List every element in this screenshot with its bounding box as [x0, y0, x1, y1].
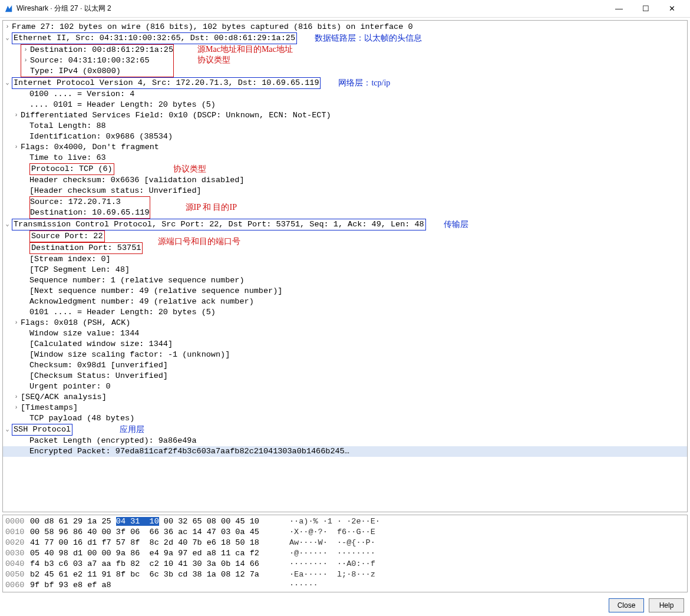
tree-row[interactable]: [TCP Segment Len: 48] — [3, 265, 687, 275]
close-button[interactable]: Close — [609, 598, 644, 612]
ip-summary: Internet Protocol Version 4, Src: 172.20… — [12, 77, 321, 89]
annotation: 网络层：tcp/ip — [338, 78, 390, 88]
tree-row[interactable]: [Stream index: 0] — [3, 254, 687, 265]
chevron-down-icon[interactable]: ⌄ — [3, 424, 12, 435]
eth-src[interactable]: Source: 04:31:10:00:32:65 — [30, 55, 150, 66]
annotation: 协议类型 — [197, 55, 293, 65]
hex-ascii: ·Ea····· l;·8···z — [289, 569, 375, 580]
tree-row-frame[interactable]: ›Frame 27: 102 bytes on wire (816 bits),… — [3, 22, 687, 32]
hex-bytes: b2 45 61 e2 11 91 8f bc 6c 3b cd 38 1a 0… — [30, 569, 289, 580]
tree-row[interactable]: ›[Timestamps] — [3, 403, 687, 413]
tree-row-ssh[interactable]: ⌄SSH Protocol应用层 — [3, 424, 687, 436]
chevron-right-icon[interactable]: › — [12, 403, 21, 413]
ip-src[interactable]: Source: 172.20.71.3 — [30, 197, 121, 207]
eth-type[interactable]: Type: IPv4 (0x0800) — [30, 66, 121, 77]
chevron-right-icon[interactable]: › — [12, 318, 21, 328]
annotation: 数据链路层：以太帧的头信息 — [315, 33, 422, 44]
chevron-right-icon[interactable]: › — [3, 22, 12, 32]
window-title: Wireshark · 分组 27 · 以太网 2 — [16, 4, 606, 14]
hex-row[interactable]: 0040f4 b3 c6 03 a7 aa fb 82 c2 10 41 30 … — [5, 559, 685, 569]
tree-row[interactable]: [Checksum Status: Unverified] — [3, 371, 687, 381]
tree-row[interactable]: Sequence number: 1 (relative sequence nu… — [3, 275, 687, 286]
hex-ascii: ·X··@·?· f6··G··E — [289, 527, 375, 538]
hex-ascii: Aw····W· ·-@{··P· — [289, 538, 375, 548]
hex-dump-pane[interactable]: 000000 d8 61 29 1a 25 04 31 10 00 32 65 … — [2, 515, 688, 592]
chevron-right-icon[interactable]: › — [12, 142, 21, 153]
hex-bytes: 00 58 96 86 40 00 3f 06 66 36 ac 14 47 0… — [30, 527, 289, 538]
tree-row[interactable]: Window size value: 1344 — [3, 328, 687, 339]
eth-dst[interactable]: Destination: 00:d8:61:29:1a:25 — [30, 45, 173, 55]
annotation: 传输层 — [444, 219, 468, 230]
tree-row-ethernet[interactable]: ⌄Ethernet II, Src: 04:31:10:00:32:65, Ds… — [3, 32, 687, 44]
annotation: 应用层 — [120, 424, 144, 435]
hex-offset: 0000 — [5, 516, 30, 527]
tree-row[interactable]: ›[SEQ/ACK analysis] — [3, 392, 687, 403]
tree-row[interactable]: ›Differentiated Services Field: 0x10 (DS… — [3, 110, 687, 121]
hex-bytes: f4 b3 c6 03 a7 aa fb 82 c2 10 41 30 3a 0… — [30, 559, 289, 569]
ip-proto: Protocol: TCP (6) — [29, 163, 114, 175]
tree-row[interactable]: ›Flags: 0x4000, Don't fragment — [3, 142, 687, 153]
tree-row[interactable]: Protocol: TCP (6)协议类型 — [3, 163, 687, 175]
tree-row[interactable]: 0100 .... = Version: 4 — [3, 89, 687, 100]
title-bar: Wireshark · 分组 27 · 以太网 2 — ☐ ✕ — [0, 0, 690, 18]
hex-row[interactable]: 003005 40 98 d1 00 00 9a 86 e4 9a 97 ed … — [5, 548, 685, 559]
tcp-sport: Source Port: 22 — [29, 230, 105, 242]
chevron-down-icon[interactable]: ⌄ — [3, 219, 12, 230]
tree-row[interactable]: [Window size scaling factor: -1 (unknown… — [3, 350, 687, 360]
tree-row[interactable]: Checksum: 0x98d1 [unverified] — [3, 360, 687, 371]
tree-row-selected[interactable]: Encrypted Packet: 97eda811caf2f4b3c603a7… — [3, 446, 687, 457]
annotation: 源Mac地址和目的Mac地址 — [197, 44, 293, 55]
hex-bytes: 41 77 00 16 d1 f7 57 8f 8c 2d 40 7b e6 1… — [30, 538, 289, 548]
annotation: 源IP 和 目的IP — [186, 202, 237, 213]
hex-offset: 0010 — [5, 527, 30, 538]
tree-row[interactable]: ›Flags: 0x018 (PSH, ACK) — [3, 318, 687, 328]
tree-row[interactable]: 0101 .... = Header Length: 20 bytes (5) — [3, 307, 687, 318]
tree-row[interactable]: Packet Length (encrypted): 9a86e49a — [3, 436, 687, 446]
tree-row[interactable]: [Next sequence number: 49 (relative sequ… — [3, 286, 687, 297]
tree-row[interactable]: TCP payload (48 bytes) — [3, 413, 687, 424]
tree-row[interactable]: Header checksum: 0x6636 [validation disa… — [3, 175, 687, 186]
chevron-right-icon[interactable]: › — [12, 392, 21, 403]
hex-offset: 0040 — [5, 559, 30, 569]
tree-row-tcp[interactable]: ⌄Transmission Control Protocol, Src Port… — [3, 219, 687, 230]
help-button[interactable]: Help — [649, 598, 684, 612]
minimize-button[interactable]: — — [606, 0, 632, 18]
hex-offset: 0020 — [5, 538, 30, 548]
hex-offset: 0050 — [5, 569, 30, 580]
hex-row[interactable]: 00609f bf 93 e8 ef a8······ — [5, 580, 685, 591]
ip-dst[interactable]: Destination: 10.69.65.119 — [30, 207, 150, 218]
tree-row[interactable]: Urgent pointer: 0 — [3, 381, 687, 392]
tree-row[interactable]: Source Port: 22源端口号和目的端口号 — [3, 230, 687, 242]
hex-bytes: 05 40 98 d1 00 00 9a 86 e4 9a 97 ed a8 1… — [30, 548, 289, 559]
tree-row[interactable]: [Header checksum status: Unverified] — [3, 186, 687, 196]
tree-row[interactable]: Identification: 0x9686 (38534) — [3, 131, 687, 142]
maximize-button[interactable]: ☐ — [632, 0, 659, 18]
chevron-right-icon[interactable]: › — [21, 55, 30, 66]
chevron-right-icon[interactable]: › — [21, 45, 30, 55]
tree-row[interactable]: Acknowledgment number: 49 (relative ack … — [3, 297, 687, 307]
chevron-down-icon[interactable]: ⌄ — [3, 33, 12, 44]
annotation: 协议类型 — [173, 164, 206, 174]
chevron-down-icon[interactable]: ⌄ — [3, 78, 12, 88]
ethernet-summary: Ethernet II, Src: 04:31:10:00:32:65, Dst… — [12, 32, 297, 44]
hex-bytes: 00 d8 61 29 1a 25 04 31 10 00 32 65 08 0… — [30, 516, 289, 527]
tree-row[interactable]: [Calculated window size: 1344] — [3, 339, 687, 350]
ssh-summary: SSH Protocol — [12, 424, 72, 436]
hex-row[interactable]: 001000 58 96 86 40 00 3f 06 66 36 ac 14 … — [5, 527, 685, 538]
wireshark-icon — [5, 5, 13, 13]
hex-row[interactable]: 000000 d8 61 29 1a 25 04 31 10 00 32 65 … — [5, 516, 685, 527]
close-window-button[interactable]: ✕ — [659, 0, 685, 18]
dialog-footer: Close Help — [0, 595, 690, 616]
tree-row[interactable]: .... 0101 = Header Length: 20 bytes (5) — [3, 100, 687, 110]
tree-row-ip[interactable]: ⌄Internet Protocol Version 4, Src: 172.2… — [3, 77, 687, 89]
tree-row[interactable]: Destination Port: 53751 — [3, 242, 687, 254]
packet-details-pane[interactable]: ›Frame 27: 102 bytes on wire (816 bits),… — [2, 20, 688, 512]
hex-ascii: ··a)·% ·1 · ·2e··E· — [289, 516, 380, 527]
chevron-right-icon[interactable]: › — [12, 110, 21, 121]
hex-row[interactable]: 002041 77 00 16 d1 f7 57 8f 8c 2d 40 7b … — [5, 538, 685, 548]
hex-row[interactable]: 0050b2 45 61 e2 11 91 8f bc 6c 3b cd 38 … — [5, 569, 685, 580]
tree-row[interactable]: Total Length: 88 — [3, 121, 687, 131]
tree-row[interactable]: Time to live: 63 — [3, 153, 687, 163]
tcp-summary: Transmission Control Protocol, Src Port:… — [12, 219, 426, 230]
hex-offset: 0030 — [5, 548, 30, 559]
